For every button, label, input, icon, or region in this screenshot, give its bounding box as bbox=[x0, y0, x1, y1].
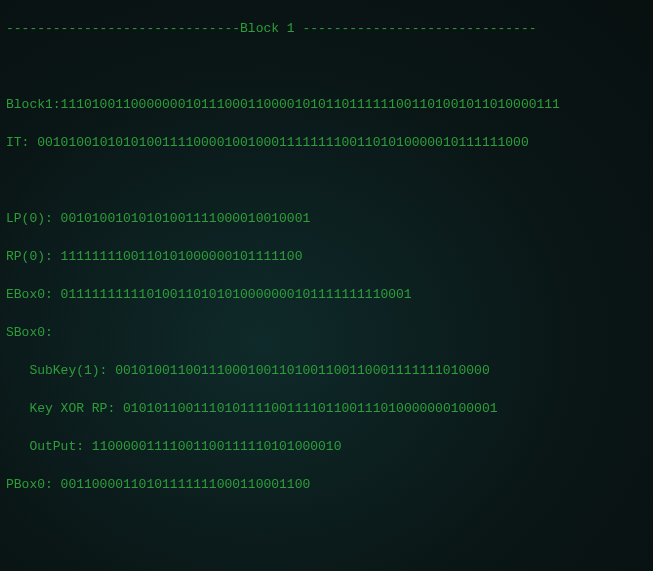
output-value: 11000001111001100111110101000010 bbox=[92, 439, 342, 454]
lp-label: LP(0): bbox=[6, 211, 61, 226]
header-prefix: ------------------------------ bbox=[6, 21, 240, 36]
keyxor0-line: Key XOR RP: 0101011001110101111001111011… bbox=[6, 399, 647, 418]
ebox0-line: EBox0: 011111111110100110101010000000101… bbox=[6, 285, 647, 304]
pbox-label: PBox0: bbox=[6, 477, 61, 492]
rp-value: 1111111100110101000000101111100 bbox=[61, 249, 303, 264]
output-label: OutPut: bbox=[6, 439, 92, 454]
output0-line: OutPut: 11000001111001100111110101000010 bbox=[6, 437, 647, 456]
sbox-label: SBox0: bbox=[6, 325, 53, 340]
subkey-value: 0010100110011100010011010011001100011111… bbox=[115, 363, 489, 378]
keyxor-label: Key XOR RP: bbox=[6, 401, 123, 416]
blank-line bbox=[6, 57, 647, 76]
block1-line: Block1:111010011000000010111000110000101… bbox=[6, 95, 647, 114]
keyxor-value: 0101011001110101111001111011001110100000… bbox=[123, 401, 497, 416]
sbox0-line: SBox0: bbox=[6, 323, 647, 342]
ebox-value: 0111111111101001101010100000001011111111… bbox=[61, 287, 412, 302]
it-value: 0010100101010100111100001001000111111110… bbox=[37, 135, 528, 150]
header-suffix: ------------------------------ bbox=[295, 21, 537, 36]
block-header: ------------------------------Block 1 --… bbox=[6, 19, 647, 38]
subkey-label: SubKey(1): bbox=[6, 363, 115, 378]
it-line: IT: 001010010101010011110000100100011111… bbox=[6, 133, 647, 152]
pbox-value: 00110000110101111111000110001100 bbox=[61, 477, 311, 492]
subkey1-line: SubKey(1): 00101001100111000100110100110… bbox=[6, 361, 647, 380]
blank-line bbox=[6, 513, 647, 532]
header-title: Block 1 bbox=[240, 21, 295, 36]
terminal-output: ------------------------------Block 1 --… bbox=[0, 0, 653, 571]
block1-label: Block1: bbox=[6, 97, 61, 112]
lp-value: 00101001010101001111000010010001 bbox=[61, 211, 311, 226]
blank-line bbox=[6, 171, 647, 190]
blank-line bbox=[6, 551, 647, 570]
it-label: IT: bbox=[6, 135, 37, 150]
rp-label: RP(0): bbox=[6, 249, 61, 264]
lp0-line: LP(0): 00101001010101001111000010010001 bbox=[6, 209, 647, 228]
block1-value: 1110100110000000101110001100001010110111… bbox=[61, 97, 560, 112]
pbox0-line: PBox0: 00110000110101111111000110001100 bbox=[6, 475, 647, 494]
ebox-label: EBox0: bbox=[6, 287, 61, 302]
rp0-line: RP(0): 1111111100110101000000101111100 bbox=[6, 247, 647, 266]
